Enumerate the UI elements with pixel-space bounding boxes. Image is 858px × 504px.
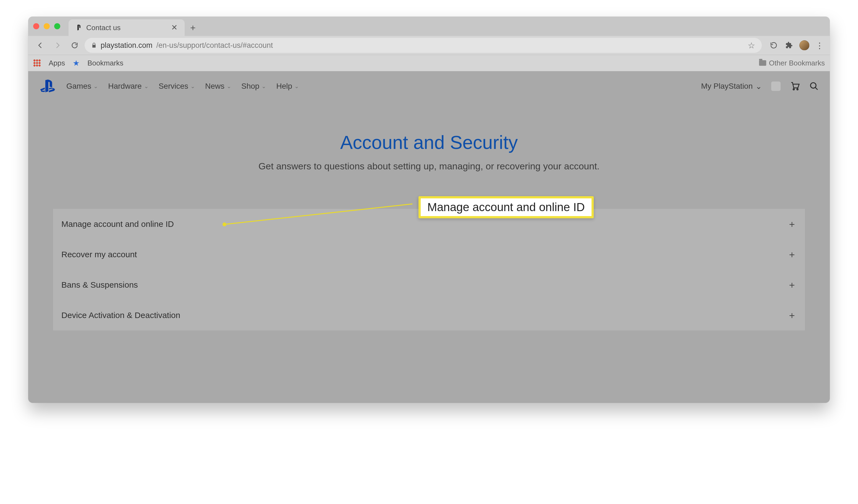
url-path: /en-us/support/contact-us/#account <box>157 41 273 50</box>
nav-games[interactable]: Games⌄ <box>66 82 98 91</box>
cart-icon[interactable] <box>790 81 800 91</box>
lock-icon <box>91 43 97 48</box>
apps-icon[interactable] <box>33 59 41 67</box>
folder-icon <box>759 60 766 66</box>
plus-icon: ＋ <box>787 309 797 322</box>
plus-icon: ＋ <box>787 278 797 291</box>
svg-point-0 <box>810 83 816 88</box>
other-bookmarks-label: Other Bookmarks <box>769 59 825 67</box>
profile-avatar[interactable] <box>799 40 809 50</box>
plus-icon: ＋ <box>787 248 797 261</box>
tab-favicon <box>75 24 82 31</box>
reload-button[interactable] <box>67 38 82 52</box>
tab-close-button[interactable]: ✕ <box>170 23 178 33</box>
nav-news[interactable]: News⌄ <box>205 82 232 91</box>
account-square-icon[interactable] <box>771 82 781 91</box>
accordion-label: Recover my account <box>61 250 137 259</box>
extension-reload-icon[interactable] <box>768 40 779 51</box>
plus-icon: ＋ <box>787 218 797 230</box>
callout-text: Manage account and online ID <box>427 200 585 214</box>
svg-line-1 <box>815 87 817 90</box>
bookmark-star-icon[interactable]: ☆ <box>748 40 755 50</box>
annotation-callout: Manage account and online ID <box>418 196 594 218</box>
toolbar: playstation.com/en-us/support/contact-us… <box>28 36 830 55</box>
minimize-window-button[interactable] <box>44 23 50 29</box>
bookmark-star-filled-icon[interactable]: ★ <box>73 59 80 68</box>
chevron-down-icon: ⌄ <box>261 83 266 90</box>
browser-window: Contact us ✕ + playstation.com/en-us/sup… <box>28 17 830 403</box>
forward-button[interactable] <box>50 38 65 52</box>
playstation-logo[interactable] <box>39 79 57 93</box>
apps-label[interactable]: Apps <box>49 59 65 67</box>
tab-strip: Contact us ✕ + <box>28 17 830 36</box>
back-button[interactable] <box>33 38 48 52</box>
browser-tab[interactable]: Contact us ✕ <box>68 19 185 36</box>
chrome-menu-button[interactable]: ⋮ <box>814 40 825 51</box>
search-icon[interactable] <box>809 82 819 91</box>
accordion-item-device-activation[interactable]: Device Activation & Deactivation ＋ <box>53 300 805 330</box>
tab-title: Contact us <box>86 23 165 32</box>
site-nav: Games⌄ Hardware⌄ Services⌄ News⌄ Shop⌄ H… <box>28 71 830 101</box>
maximize-window-button[interactable] <box>54 23 60 29</box>
chevron-down-icon: ⌄ <box>93 83 98 90</box>
new-tab-button[interactable]: + <box>185 19 201 36</box>
bookmarks-bar: Apps ★ Bookmarks Other Bookmarks <box>28 55 830 71</box>
chevron-down-icon: ⌄ <box>144 83 149 90</box>
bookmarks-label[interactable]: Bookmarks <box>88 59 123 67</box>
hero: Account and Security Get answers to ques… <box>28 101 830 183</box>
page-content: Games⌄ Hardware⌄ Services⌄ News⌄ Shop⌄ H… <box>28 71 830 403</box>
page-title: Account and Security <box>39 131 819 153</box>
accordion-label: Manage account and online ID <box>61 220 174 229</box>
close-window-button[interactable] <box>33 23 39 29</box>
window-controls <box>33 17 68 36</box>
nav-right: My PlayStation⌄ <box>701 81 819 91</box>
nav-links: Games⌄ Hardware⌄ Services⌄ News⌄ Shop⌄ H… <box>66 82 299 91</box>
nav-services[interactable]: Services⌄ <box>159 82 195 91</box>
address-bar[interactable]: playstation.com/en-us/support/contact-us… <box>84 38 762 53</box>
nav-hardware[interactable]: Hardware⌄ <box>108 82 148 91</box>
nav-shop[interactable]: Shop⌄ <box>241 82 266 91</box>
extensions-puzzle-icon[interactable] <box>784 40 794 51</box>
chevron-down-icon: ⌄ <box>190 83 195 90</box>
accordion-item-bans-suspensions[interactable]: Bans & Suspensions ＋ <box>53 270 805 300</box>
nav-help[interactable]: Help⌄ <box>276 82 299 91</box>
extension-icons: ⋮ <box>765 40 825 51</box>
url-domain: playstation.com <box>101 41 153 50</box>
other-bookmarks-folder[interactable]: Other Bookmarks <box>759 59 825 67</box>
accordion-label: Bans & Suspensions <box>61 280 138 290</box>
page-subtitle: Get answers to questions about setting u… <box>39 161 819 172</box>
accordion-item-recover-account[interactable]: Recover my account ＋ <box>53 239 805 270</box>
chevron-down-icon: ⌄ <box>756 82 762 91</box>
chevron-down-icon: ⌄ <box>295 83 299 90</box>
my-playstation-menu[interactable]: My PlayStation⌄ <box>701 82 762 91</box>
chevron-down-icon: ⌄ <box>227 83 232 90</box>
accordion-label: Device Activation & Deactivation <box>61 311 180 320</box>
